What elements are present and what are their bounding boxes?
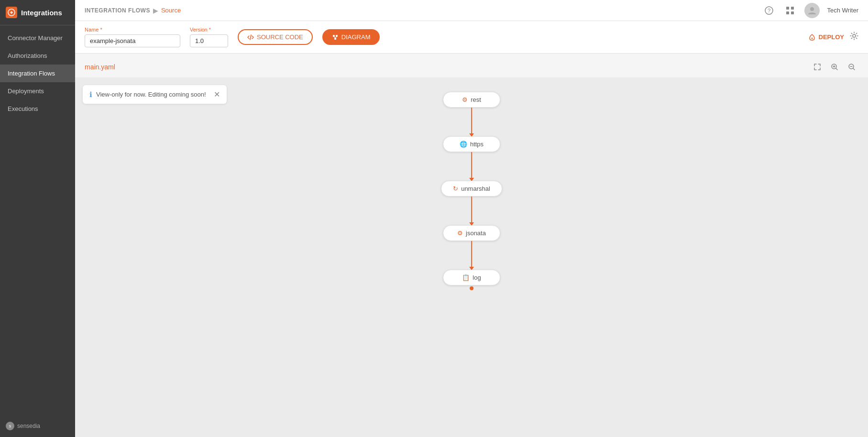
connector-jsonata-log — [471, 241, 472, 270]
toolbar-right: DEPLOY — [808, 32, 858, 43]
fit-view-button[interactable] — [811, 60, 824, 74]
source-code-label: SOURCE CODE — [257, 33, 303, 41]
svg-line-11 — [334, 37, 335, 38]
deploy-button[interactable]: DEPLOY — [808, 33, 844, 41]
svg-rect-8 — [333, 35, 335, 37]
info-banner: ℹ View-only for now. Editing coming soon… — [83, 85, 227, 104]
sidebar-label-authorizations: Authorizations — [8, 52, 47, 59]
content-header: main.yaml — [75, 54, 868, 77]
svg-point-13 — [811, 37, 813, 39]
info-banner-text: View-only for now. Editing coming soon! — [96, 91, 206, 98]
version-input[interactable] — [190, 34, 228, 47]
svg-rect-4 — [791, 7, 794, 10]
log-node-label: log — [472, 274, 481, 281]
svg-point-14 — [853, 34, 856, 37]
flow-node-jsonata[interactable]: ⚙ jsonata — [443, 225, 500, 241]
version-required: * — [209, 27, 211, 33]
zoom-in-button[interactable] — [828, 60, 841, 74]
header-actions: ? Tech Writer — [762, 3, 859, 18]
svg-rect-3 — [786, 7, 789, 10]
jsonata-node-label: jsonata — [466, 229, 486, 237]
flow-node-log[interactable]: 📋 log — [443, 270, 500, 285]
name-field-group: Name * — [85, 27, 180, 47]
sidebar-label-integration-flows: Integration Flows — [8, 70, 55, 77]
diagram-label: DIAGRAM — [341, 33, 371, 41]
connector-unmarshal-jsonata — [471, 197, 472, 225]
svg-rect-10 — [334, 38, 336, 40]
sidebar: Integrations Connector Manager Authoriza… — [0, 0, 75, 437]
sidebar-label-executions: Executions — [8, 105, 38, 112]
sidebar-item-executions[interactable]: Executions — [0, 100, 75, 118]
diagram-tab[interactable]: DIAGRAM — [322, 29, 380, 45]
deploy-icon — [808, 33, 816, 41]
content-area: main.yaml — [75, 54, 868, 437]
apps-grid-button[interactable] — [783, 4, 797, 17]
flow-node-unmarshal[interactable]: ↻ unmarshal — [441, 181, 502, 197]
flow-end-dot — [470, 286, 473, 290]
name-required: * — [100, 27, 102, 33]
avatar — [804, 3, 820, 18]
sensedia-name: sensedia — [17, 423, 40, 429]
rest-node-label: rest — [471, 96, 481, 103]
page-header: INTEGRATION FLOWS ▶ Source ? — [75, 0, 868, 21]
svg-point-7 — [810, 7, 814, 11]
breadcrumb-separator: ▶ — [153, 7, 158, 14]
flow-node-https[interactable]: 🌐 https — [443, 136, 500, 152]
source-code-icon — [247, 34, 254, 41]
sidebar-nav: Connector Manager Authorizations Integra… — [0, 25, 75, 415]
flow-diagram: ⚙ rest 🌐 https ↻ unmarshal ⚙ — [441, 92, 502, 290]
rest-node-icon: ⚙ — [462, 96, 468, 103]
svg-rect-6 — [791, 11, 794, 14]
breadcrumb: INTEGRATION FLOWS ▶ Source — [85, 7, 181, 14]
settings-button[interactable] — [850, 32, 858, 43]
name-input[interactable] — [85, 34, 180, 47]
https-node-label: https — [470, 141, 483, 148]
version-field-group: Version * — [190, 27, 228, 47]
sidebar-item-deployments[interactable]: Deployments — [0, 82, 75, 100]
flow-node-rest[interactable]: ⚙ rest — [443, 92, 500, 108]
sidebar-label-connector-manager: Connector Manager — [8, 34, 63, 42]
jsonata-node-icon: ⚙ — [457, 229, 463, 237]
sensedia-branding: s sensedia — [6, 422, 40, 430]
log-node-icon: 📋 — [462, 274, 470, 281]
diagram-area: ℹ View-only for now. Editing coming soon… — [75, 77, 868, 437]
app-name: Integrations — [21, 9, 62, 17]
app-logo[interactable]: Integrations — [0, 0, 75, 25]
toolbar: Name * Version * SOURCE CODE — [75, 21, 868, 54]
help-button[interactable]: ? — [762, 4, 776, 17]
close-banner-button[interactable]: ✕ — [214, 90, 220, 99]
https-node-icon: 🌐 — [460, 141, 467, 148]
connector-https-unmarshal — [471, 152, 472, 181]
file-title: main.yaml — [85, 63, 115, 71]
version-label: Version * — [190, 27, 228, 33]
breadcrumb-current: Source — [161, 7, 181, 14]
breadcrumb-parent: INTEGRATION FLOWS — [85, 7, 150, 14]
zoom-out-button[interactable] — [845, 60, 858, 74]
source-code-tab[interactable]: SOURCE CODE — [238, 29, 313, 45]
diagram-icon — [332, 34, 339, 41]
svg-rect-5 — [786, 11, 789, 14]
connector-rest-https — [471, 108, 472, 136]
main-content: INTEGRATION FLOWS ▶ Source ? — [75, 0, 868, 437]
sidebar-footer: s sensedia — [0, 415, 75, 437]
svg-text:?: ? — [768, 8, 770, 13]
sidebar-label-deployments: Deployments — [8, 87, 44, 95]
sidebar-item-authorizations[interactable]: Authorizations — [0, 47, 75, 65]
sidebar-item-connector-manager[interactable]: Connector Manager — [0, 29, 75, 47]
sensedia-icon: s — [6, 422, 14, 430]
info-icon: ℹ — [89, 90, 92, 99]
sidebar-item-integration-flows[interactable]: Integration Flows — [0, 65, 75, 82]
user-name: Tech Writer — [827, 7, 859, 14]
app-logo-icon — [6, 7, 17, 18]
unmarshal-node-label: unmarshal — [461, 185, 490, 192]
diagram-controls — [811, 60, 858, 74]
svg-rect-9 — [336, 35, 338, 37]
name-label: Name * — [85, 27, 180, 33]
deploy-label: DEPLOY — [819, 33, 844, 41]
unmarshal-node-icon: ↻ — [453, 185, 458, 192]
svg-line-12 — [335, 37, 337, 38]
